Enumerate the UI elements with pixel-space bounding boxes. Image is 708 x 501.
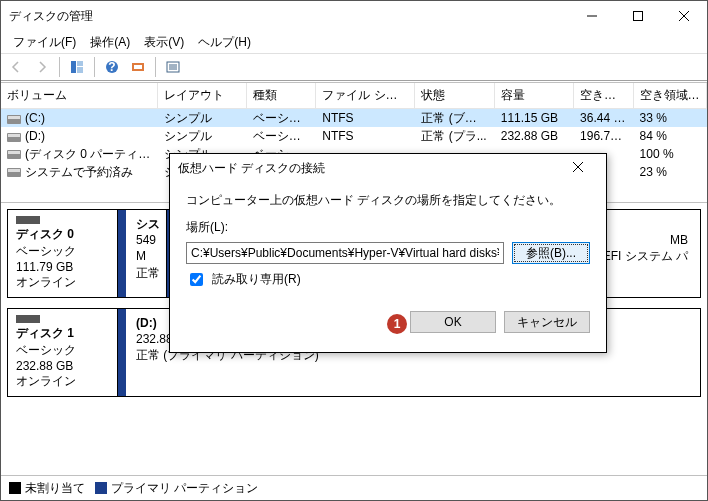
svg-rect-3 — [77, 67, 83, 73]
volume-row[interactable]: (C:)シンプルベーシックNTFS正常 (ブート...111.15 GB36.4… — [1, 109, 707, 127]
dialog-instruction: コンピューター上の仮想ハード ディスクの場所を指定してください。 — [186, 192, 590, 209]
disk-1-size: 232.88 GB — [16, 359, 111, 373]
col-volume[interactable]: ボリューム — [1, 83, 158, 108]
location-label: 場所(L): — [186, 219, 590, 236]
disk-0-part-0[interactable]: シス 549 M 正常 — [118, 210, 166, 297]
swatch-unallocated — [9, 482, 21, 494]
cancel-button[interactable]: キャンセル — [504, 311, 590, 333]
svg-rect-2 — [77, 61, 83, 66]
readonly-checkbox[interactable] — [190, 273, 203, 286]
svg-rect-0 — [634, 12, 643, 21]
view-mode-button[interactable] — [66, 56, 88, 78]
disk-0-size: 111.79 GB — [16, 260, 111, 274]
disk-icon — [16, 315, 40, 323]
readonly-checkbox-label[interactable]: 読み取り専用(R) — [186, 270, 590, 289]
col-layout[interactable]: レイアウト — [158, 83, 247, 108]
col-free[interactable]: 空き領域 — [574, 83, 634, 108]
legend-bar: 未割り当て プライマリ パーティション — [1, 475, 707, 500]
col-type[interactable]: 種類 — [247, 83, 316, 108]
close-button[interactable] — [661, 1, 707, 31]
menu-help[interactable]: ヘルプ(H) — [192, 32, 257, 53]
disk-0-name: ディスク 0 — [16, 226, 111, 243]
browse-button[interactable]: 参照(B)... — [512, 242, 590, 264]
minimize-button[interactable] — [569, 1, 615, 31]
menubar: ファイル(F) 操作(A) 表示(V) ヘルプ(H) — [1, 31, 707, 53]
help-button[interactable]: ? — [101, 56, 123, 78]
dialog-titlebar: 仮想ハード ディスクの接続 — [170, 154, 606, 182]
menu-action[interactable]: 操作(A) — [84, 32, 136, 53]
col-status[interactable]: 状態 — [415, 83, 494, 108]
disk-1-info: ディスク 1 ベーシック 232.88 GB オンライン — [8, 309, 118, 396]
disk-0-info: ディスク 0 ベーシック 111.79 GB オンライン — [8, 210, 118, 297]
col-freepct[interactable]: 空き領域の割... — [634, 83, 707, 108]
swatch-primary — [95, 482, 107, 494]
back-button — [5, 56, 27, 78]
svg-text:?: ? — [108, 60, 115, 74]
disk-1-status: オンライン — [16, 373, 111, 390]
legend-primary: プライマリ パーティション — [95, 480, 258, 497]
svg-rect-1 — [71, 61, 76, 73]
volume-row[interactable]: (D:)シンプルベーシックNTFS正常 (プラ...232.88 GB196.7… — [1, 127, 707, 145]
menu-file[interactable]: ファイル(F) — [7, 32, 82, 53]
disk-icon — [16, 216, 40, 224]
dialog-close-button[interactable] — [558, 161, 598, 175]
volume-header-row: ボリューム レイアウト 種類 ファイル システム 状態 容量 空き領域 空き領域… — [1, 83, 707, 109]
titlebar: ディスクの管理 — [1, 1, 707, 31]
col-capacity[interactable]: 容量 — [495, 83, 574, 108]
forward-button — [31, 56, 53, 78]
window-title: ディスクの管理 — [9, 8, 569, 25]
toolbar: ? — [1, 53, 707, 81]
disk-management-window: ディスクの管理 ファイル(F) 操作(A) 表示(V) ヘルプ(H) ? ボリュ… — [0, 0, 708, 501]
annotation-callout-1: 1 — [387, 314, 407, 334]
maximize-button[interactable] — [615, 1, 661, 31]
legend-unallocated: 未割り当て — [9, 480, 85, 497]
col-filesystem[interactable]: ファイル システム — [316, 83, 415, 108]
disk-1-name: ディスク 1 — [16, 325, 111, 342]
svg-rect-7 — [134, 65, 142, 69]
ok-button[interactable]: OK — [410, 311, 496, 333]
toolbar-button-extra[interactable] — [127, 56, 149, 78]
toolbar-button-list[interactable] — [162, 56, 184, 78]
dialog-title: 仮想ハード ディスクの接続 — [178, 160, 558, 177]
menu-view[interactable]: 表示(V) — [138, 32, 190, 53]
disk-0-type: ベーシック — [16, 243, 111, 260]
disk-0-status: オンライン — [16, 274, 111, 291]
location-input[interactable] — [186, 242, 504, 264]
disk-1-type: ベーシック — [16, 342, 111, 359]
